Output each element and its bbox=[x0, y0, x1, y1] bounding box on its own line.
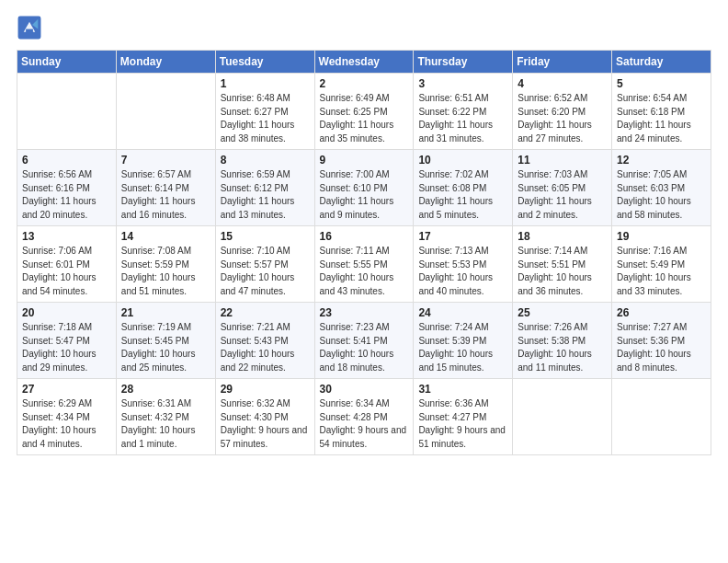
day-number: 31 bbox=[418, 383, 507, 396]
weekday-header: Saturday bbox=[612, 51, 711, 74]
day-number: 24 bbox=[418, 306, 507, 319]
calendar-week-row: 6Sunrise: 6:56 AM Sunset: 6:16 PM Daylig… bbox=[17, 150, 711, 226]
calendar-cell bbox=[513, 379, 612, 455]
calendar-cell: 8Sunrise: 6:59 AM Sunset: 6:12 PM Daylig… bbox=[215, 150, 314, 226]
page-header bbox=[17, 15, 711, 40]
calendar-cell: 1Sunrise: 6:48 AM Sunset: 6:27 PM Daylig… bbox=[215, 74, 314, 150]
calendar-week-row: 27Sunrise: 6:29 AM Sunset: 4:34 PM Dayli… bbox=[17, 379, 711, 455]
day-info: Sunrise: 6:29 AM Sunset: 4:34 PM Dayligh… bbox=[22, 397, 111, 451]
day-number: 4 bbox=[518, 77, 607, 90]
day-number: 11 bbox=[518, 154, 607, 167]
calendar-cell: 29Sunrise: 6:32 AM Sunset: 4:30 PM Dayli… bbox=[215, 379, 314, 455]
day-number: 23 bbox=[320, 306, 409, 319]
day-info: Sunrise: 6:57 AM Sunset: 6:14 PM Dayligh… bbox=[121, 168, 210, 222]
day-number: 5 bbox=[617, 77, 706, 90]
day-info: Sunrise: 7:21 AM Sunset: 5:43 PM Dayligh… bbox=[221, 321, 310, 374]
day-number: 13 bbox=[22, 230, 111, 243]
day-info: Sunrise: 7:24 AM Sunset: 5:39 PM Dayligh… bbox=[418, 321, 507, 374]
day-info: Sunrise: 7:14 AM Sunset: 5:51 PM Dayligh… bbox=[518, 245, 607, 298]
calendar-week-row: 1Sunrise: 6:48 AM Sunset: 6:27 PM Daylig… bbox=[17, 74, 711, 150]
day-number: 6 bbox=[22, 154, 111, 167]
weekday-header: Thursday bbox=[414, 51, 513, 74]
calendar-cell: 12Sunrise: 7:05 AM Sunset: 6:03 PM Dayli… bbox=[612, 150, 711, 226]
day-info: Sunrise: 6:56 AM Sunset: 6:16 PM Dayligh… bbox=[22, 168, 111, 222]
weekday-header: Friday bbox=[513, 51, 612, 74]
calendar-cell: 9Sunrise: 7:00 AM Sunset: 6:10 PM Daylig… bbox=[314, 150, 414, 226]
day-info: Sunrise: 6:48 AM Sunset: 6:27 PM Dayligh… bbox=[221, 92, 310, 145]
day-info: Sunrise: 7:02 AM Sunset: 6:08 PM Dayligh… bbox=[418, 168, 507, 222]
day-number: 27 bbox=[22, 383, 111, 396]
calendar-cell: 18Sunrise: 7:14 AM Sunset: 5:51 PM Dayli… bbox=[513, 226, 612, 303]
calendar-cell: 11Sunrise: 7:03 AM Sunset: 6:05 PM Dayli… bbox=[513, 150, 612, 226]
day-info: Sunrise: 7:05 AM Sunset: 6:03 PM Dayligh… bbox=[617, 168, 706, 222]
calendar-header: SundayMondayTuesdayWednesdayThursdayFrid… bbox=[17, 51, 711, 74]
day-number: 7 bbox=[121, 154, 210, 167]
day-info: Sunrise: 6:51 AM Sunset: 6:22 PM Dayligh… bbox=[418, 92, 507, 145]
day-info: Sunrise: 7:19 AM Sunset: 5:45 PM Dayligh… bbox=[121, 321, 210, 374]
calendar-cell: 4Sunrise: 6:52 AM Sunset: 6:20 PM Daylig… bbox=[513, 74, 612, 150]
day-number: 20 bbox=[22, 306, 111, 319]
day-info: Sunrise: 6:34 AM Sunset: 4:28 PM Dayligh… bbox=[320, 397, 409, 451]
day-info: Sunrise: 7:06 AM Sunset: 6:01 PM Dayligh… bbox=[22, 245, 111, 298]
day-info: Sunrise: 7:16 AM Sunset: 5:49 PM Dayligh… bbox=[617, 245, 706, 298]
day-number: 14 bbox=[121, 230, 210, 243]
calendar-cell bbox=[116, 74, 215, 150]
calendar-cell: 5Sunrise: 6:54 AM Sunset: 6:18 PM Daylig… bbox=[612, 74, 711, 150]
day-number: 3 bbox=[418, 77, 507, 90]
day-number: 16 bbox=[320, 230, 409, 243]
day-number: 30 bbox=[320, 383, 409, 396]
day-number: 9 bbox=[320, 154, 409, 167]
day-number: 1 bbox=[221, 77, 310, 90]
calendar: SundayMondayTuesdayWednesdayThursdayFrid… bbox=[17, 50, 711, 455]
day-info: Sunrise: 6:54 AM Sunset: 6:18 PM Dayligh… bbox=[617, 92, 706, 145]
calendar-cell: 27Sunrise: 6:29 AM Sunset: 4:34 PM Dayli… bbox=[17, 379, 117, 455]
day-number: 2 bbox=[320, 77, 409, 90]
calendar-week-row: 13Sunrise: 7:06 AM Sunset: 6:01 PM Dayli… bbox=[17, 226, 711, 303]
weekday-header: Wednesday bbox=[314, 51, 414, 74]
calendar-cell: 25Sunrise: 7:26 AM Sunset: 5:38 PM Dayli… bbox=[513, 303, 612, 379]
calendar-cell: 10Sunrise: 7:02 AM Sunset: 6:08 PM Dayli… bbox=[414, 150, 513, 226]
day-number: 18 bbox=[518, 230, 607, 243]
day-info: Sunrise: 7:00 AM Sunset: 6:10 PM Dayligh… bbox=[320, 168, 409, 222]
calendar-cell: 7Sunrise: 6:57 AM Sunset: 6:14 PM Daylig… bbox=[116, 150, 215, 226]
day-info: Sunrise: 7:03 AM Sunset: 6:05 PM Dayligh… bbox=[518, 168, 607, 222]
calendar-cell: 16Sunrise: 7:11 AM Sunset: 5:55 PM Dayli… bbox=[314, 226, 414, 303]
day-number: 10 bbox=[418, 154, 507, 167]
day-info: Sunrise: 6:36 AM Sunset: 4:27 PM Dayligh… bbox=[418, 397, 507, 451]
day-info: Sunrise: 7:26 AM Sunset: 5:38 PM Dayligh… bbox=[518, 321, 607, 374]
calendar-cell: 31Sunrise: 6:36 AM Sunset: 4:27 PM Dayli… bbox=[414, 379, 513, 455]
day-number: 21 bbox=[121, 306, 210, 319]
weekday-header: Sunday bbox=[17, 51, 117, 74]
calendar-body: 1Sunrise: 6:48 AM Sunset: 6:27 PM Daylig… bbox=[17, 74, 711, 455]
calendar-cell: 22Sunrise: 7:21 AM Sunset: 5:43 PM Dayli… bbox=[215, 303, 314, 379]
day-number: 15 bbox=[221, 230, 310, 243]
calendar-cell: 20Sunrise: 7:18 AM Sunset: 5:47 PM Dayli… bbox=[17, 303, 117, 379]
day-info: Sunrise: 7:27 AM Sunset: 5:36 PM Dayligh… bbox=[617, 321, 706, 374]
day-info: Sunrise: 6:59 AM Sunset: 6:12 PM Dayligh… bbox=[221, 168, 310, 222]
day-number: 19 bbox=[617, 230, 706, 243]
calendar-cell: 23Sunrise: 7:23 AM Sunset: 5:41 PM Dayli… bbox=[314, 303, 414, 379]
day-info: Sunrise: 6:49 AM Sunset: 6:25 PM Dayligh… bbox=[320, 92, 409, 145]
calendar-cell bbox=[612, 379, 711, 455]
day-number: 22 bbox=[221, 306, 310, 319]
weekday-header: Tuesday bbox=[215, 51, 314, 74]
calendar-cell: 28Sunrise: 6:31 AM Sunset: 4:32 PM Dayli… bbox=[116, 379, 215, 455]
day-info: Sunrise: 7:08 AM Sunset: 5:59 PM Dayligh… bbox=[121, 245, 210, 298]
logo bbox=[17, 15, 44, 40]
day-info: Sunrise: 7:11 AM Sunset: 5:55 PM Dayligh… bbox=[320, 245, 409, 298]
calendar-cell: 17Sunrise: 7:13 AM Sunset: 5:53 PM Dayli… bbox=[414, 226, 513, 303]
calendar-cell: 21Sunrise: 7:19 AM Sunset: 5:45 PM Dayli… bbox=[116, 303, 215, 379]
calendar-cell: 6Sunrise: 6:56 AM Sunset: 6:16 PM Daylig… bbox=[17, 150, 117, 226]
day-number: 29 bbox=[221, 383, 310, 396]
day-info: Sunrise: 7:23 AM Sunset: 5:41 PM Dayligh… bbox=[320, 321, 409, 374]
calendar-cell: 13Sunrise: 7:06 AM Sunset: 6:01 PM Dayli… bbox=[17, 226, 117, 303]
day-info: Sunrise: 6:31 AM Sunset: 4:32 PM Dayligh… bbox=[121, 397, 210, 451]
calendar-cell: 3Sunrise: 6:51 AM Sunset: 6:22 PM Daylig… bbox=[414, 74, 513, 150]
calendar-cell: 2Sunrise: 6:49 AM Sunset: 6:25 PM Daylig… bbox=[314, 74, 414, 150]
day-number: 28 bbox=[121, 383, 210, 396]
calendar-week-row: 20Sunrise: 7:18 AM Sunset: 5:47 PM Dayli… bbox=[17, 303, 711, 379]
calendar-cell: 24Sunrise: 7:24 AM Sunset: 5:39 PM Dayli… bbox=[414, 303, 513, 379]
calendar-cell: 14Sunrise: 7:08 AM Sunset: 5:59 PM Dayli… bbox=[116, 226, 215, 303]
day-number: 26 bbox=[617, 306, 706, 319]
day-number: 12 bbox=[617, 154, 706, 167]
